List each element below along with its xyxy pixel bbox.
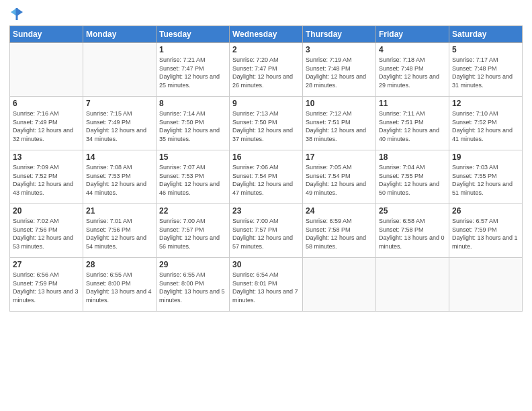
weekday-header: Wednesday bbox=[230, 26, 303, 43]
day-info: Sunrise: 7:09 AM Sunset: 7:52 PM Dayligh… bbox=[13, 163, 80, 197]
calendar-cell: 9Sunrise: 7:13 AM Sunset: 7:50 PM Daylig… bbox=[230, 97, 303, 150]
day-info: Sunrise: 7:18 AM Sunset: 7:48 PM Dayligh… bbox=[379, 56, 446, 89]
calendar-cell: 13Sunrise: 7:09 AM Sunset: 7:52 PM Dayli… bbox=[10, 150, 83, 204]
calendar-cell: 8Sunrise: 7:14 AM Sunset: 7:50 PM Daylig… bbox=[157, 97, 230, 150]
day-number: 14 bbox=[86, 152, 153, 162]
day-number: 26 bbox=[452, 206, 519, 216]
page: SundayMondayTuesdayWednesdayThursdayFrid… bbox=[0, 0, 532, 318]
calendar-cell: 3Sunrise: 7:19 AM Sunset: 7:48 PM Daylig… bbox=[303, 43, 376, 97]
svg-rect-2 bbox=[16, 8, 18, 20]
calendar-cell: 29Sunrise: 6:55 AM Sunset: 8:00 PM Dayli… bbox=[157, 258, 230, 312]
day-info: Sunrise: 6:55 AM Sunset: 8:00 PM Dayligh… bbox=[159, 271, 226, 304]
day-number: 18 bbox=[379, 152, 446, 162]
calendar-cell: 1Sunrise: 7:21 AM Sunset: 7:47 PM Daylig… bbox=[157, 43, 230, 97]
day-info: Sunrise: 6:59 AM Sunset: 7:58 PM Dayligh… bbox=[306, 217, 373, 250]
day-info: Sunrise: 7:20 AM Sunset: 7:47 PM Dayligh… bbox=[232, 56, 300, 89]
day-info: Sunrise: 7:21 AM Sunset: 7:47 PM Dayligh… bbox=[159, 56, 226, 89]
calendar-cell: 21Sunrise: 7:01 AM Sunset: 7:56 PM Dayli… bbox=[83, 204, 157, 258]
calendar-cell: 12Sunrise: 7:10 AM Sunset: 7:52 PM Dayli… bbox=[449, 97, 523, 150]
day-number: 24 bbox=[306, 206, 373, 216]
calendar-cell: 20Sunrise: 7:02 AM Sunset: 7:56 PM Dayli… bbox=[10, 204, 83, 258]
day-info: Sunrise: 7:07 AM Sunset: 7:53 PM Dayligh… bbox=[159, 163, 226, 197]
day-number: 2 bbox=[232, 45, 300, 54]
calendar-cell: 27Sunrise: 6:56 AM Sunset: 7:59 PM Dayli… bbox=[10, 258, 83, 312]
day-number: 30 bbox=[232, 260, 300, 269]
calendar-cell: 18Sunrise: 7:04 AM Sunset: 7:55 PM Dayli… bbox=[376, 150, 449, 204]
day-info: Sunrise: 6:58 AM Sunset: 7:58 PM Dayligh… bbox=[379, 217, 446, 250]
day-info: Sunrise: 7:08 AM Sunset: 7:53 PM Dayligh… bbox=[86, 163, 153, 197]
calendar-cell: 14Sunrise: 7:08 AM Sunset: 7:53 PM Dayli… bbox=[83, 150, 157, 204]
day-info: Sunrise: 7:12 AM Sunset: 7:51 PM Dayligh… bbox=[306, 109, 373, 143]
day-info: Sunrise: 7:01 AM Sunset: 7:56 PM Dayligh… bbox=[86, 217, 153, 250]
day-info: Sunrise: 7:03 AM Sunset: 7:55 PM Dayligh… bbox=[452, 163, 519, 197]
calendar-cell: 30Sunrise: 6:54 AM Sunset: 8:01 PM Dayli… bbox=[230, 258, 303, 312]
day-info: Sunrise: 7:15 AM Sunset: 7:49 PM Dayligh… bbox=[86, 109, 153, 143]
calendar-cell: 25Sunrise: 6:58 AM Sunset: 7:58 PM Dayli… bbox=[376, 204, 449, 258]
day-info: Sunrise: 7:05 AM Sunset: 7:54 PM Dayligh… bbox=[306, 163, 373, 197]
day-number: 4 bbox=[379, 45, 446, 54]
calendar-table: SundayMondayTuesdayWednesdayThursdayFrid… bbox=[9, 26, 523, 312]
calendar-cell bbox=[376, 258, 449, 312]
day-number: 16 bbox=[232, 152, 300, 162]
day-info: Sunrise: 6:55 AM Sunset: 8:00 PM Dayligh… bbox=[86, 271, 153, 304]
calendar-cell: 6Sunrise: 7:16 AM Sunset: 7:49 PM Daylig… bbox=[10, 97, 83, 150]
day-number: 29 bbox=[159, 260, 226, 269]
calendar-cell: 16Sunrise: 7:06 AM Sunset: 7:54 PM Dayli… bbox=[230, 150, 303, 204]
weekday-header: Friday bbox=[376, 26, 449, 43]
day-number: 22 bbox=[159, 206, 226, 216]
day-info: Sunrise: 7:00 AM Sunset: 7:57 PM Dayligh… bbox=[159, 217, 226, 250]
calendar-cell: 7Sunrise: 7:15 AM Sunset: 7:49 PM Daylig… bbox=[83, 97, 157, 150]
day-number: 5 bbox=[452, 45, 519, 54]
day-number: 7 bbox=[86, 99, 153, 108]
day-number: 8 bbox=[159, 99, 226, 108]
day-number: 28 bbox=[86, 260, 153, 269]
calendar-cell: 17Sunrise: 7:05 AM Sunset: 7:54 PM Dayli… bbox=[303, 150, 376, 204]
weekday-header: Sunday bbox=[10, 26, 83, 43]
logo bbox=[9, 7, 26, 21]
day-number: 15 bbox=[159, 152, 226, 162]
weekday-header: Thursday bbox=[303, 26, 376, 43]
weekday-header: Saturday bbox=[449, 26, 523, 43]
calendar-week-row: 20Sunrise: 7:02 AM Sunset: 7:56 PM Dayli… bbox=[10, 204, 523, 258]
calendar-cell: 4Sunrise: 7:18 AM Sunset: 7:48 PM Daylig… bbox=[376, 43, 449, 97]
calendar-cell bbox=[303, 258, 376, 312]
calendar-week-row: 13Sunrise: 7:09 AM Sunset: 7:52 PM Dayli… bbox=[10, 150, 523, 204]
day-info: Sunrise: 6:54 AM Sunset: 8:01 PM Dayligh… bbox=[232, 271, 300, 304]
day-info: Sunrise: 7:17 AM Sunset: 7:48 PM Dayligh… bbox=[452, 56, 519, 89]
day-info: Sunrise: 6:56 AM Sunset: 7:59 PM Dayligh… bbox=[13, 271, 80, 304]
logo-icon bbox=[9, 7, 24, 21]
day-number: 13 bbox=[13, 152, 80, 162]
day-info: Sunrise: 7:13 AM Sunset: 7:50 PM Dayligh… bbox=[232, 109, 300, 143]
calendar-cell: 23Sunrise: 7:00 AM Sunset: 7:57 PM Dayli… bbox=[230, 204, 303, 258]
calendar-cell: 5Sunrise: 7:17 AM Sunset: 7:48 PM Daylig… bbox=[449, 43, 523, 97]
calendar-body: 1Sunrise: 7:21 AM Sunset: 7:47 PM Daylig… bbox=[10, 43, 523, 312]
day-info: Sunrise: 7:14 AM Sunset: 7:50 PM Dayligh… bbox=[159, 109, 226, 143]
day-info: Sunrise: 7:10 AM Sunset: 7:52 PM Dayligh… bbox=[452, 109, 519, 143]
day-number: 21 bbox=[86, 206, 153, 216]
calendar-cell: 24Sunrise: 6:59 AM Sunset: 7:58 PM Dayli… bbox=[303, 204, 376, 258]
calendar-cell bbox=[10, 43, 83, 97]
weekday-header: Tuesday bbox=[157, 26, 230, 43]
calendar-cell: 11Sunrise: 7:11 AM Sunset: 7:51 PM Dayli… bbox=[376, 97, 449, 150]
day-info: Sunrise: 7:16 AM Sunset: 7:49 PM Dayligh… bbox=[13, 109, 80, 143]
calendar-cell: 10Sunrise: 7:12 AM Sunset: 7:51 PM Dayli… bbox=[303, 97, 376, 150]
day-number: 19 bbox=[452, 152, 519, 162]
calendar-week-row: 6Sunrise: 7:16 AM Sunset: 7:49 PM Daylig… bbox=[10, 97, 523, 150]
day-info: Sunrise: 7:06 AM Sunset: 7:54 PM Dayligh… bbox=[232, 163, 300, 197]
day-number: 20 bbox=[13, 206, 80, 216]
calendar-week-row: 27Sunrise: 6:56 AM Sunset: 7:59 PM Dayli… bbox=[10, 258, 523, 312]
day-number: 10 bbox=[306, 99, 373, 108]
day-info: Sunrise: 6:57 AM Sunset: 7:59 PM Dayligh… bbox=[452, 217, 519, 250]
day-number: 27 bbox=[13, 260, 80, 269]
day-number: 23 bbox=[232, 206, 300, 216]
calendar-cell: 26Sunrise: 6:57 AM Sunset: 7:59 PM Dayli… bbox=[449, 204, 523, 258]
weekday-header: Monday bbox=[83, 26, 157, 43]
weekday-header-row: SundayMondayTuesdayWednesdayThursdayFrid… bbox=[10, 26, 523, 43]
day-info: Sunrise: 7:19 AM Sunset: 7:48 PM Dayligh… bbox=[306, 56, 373, 89]
day-info: Sunrise: 7:00 AM Sunset: 7:57 PM Dayligh… bbox=[232, 217, 300, 250]
day-number: 12 bbox=[452, 99, 519, 108]
calendar-week-row: 1Sunrise: 7:21 AM Sunset: 7:47 PM Daylig… bbox=[10, 43, 523, 97]
day-number: 25 bbox=[379, 206, 446, 216]
header bbox=[9, 7, 523, 21]
day-number: 17 bbox=[306, 152, 373, 162]
